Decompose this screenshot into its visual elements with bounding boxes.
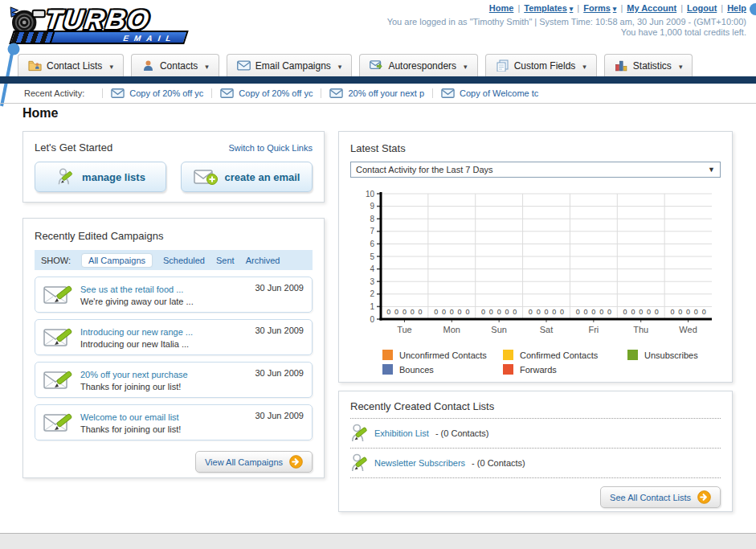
nav-tab-email-campaigns[interactable]: Email Campaigns xyxy=(227,54,353,76)
recent-activity-item-label: Copy of 20% off yc xyxy=(129,88,203,98)
filter-tab-sent[interactable]: Sent xyxy=(216,256,235,265)
recent-activity-item[interactable]: Copy of Welcome tc xyxy=(432,88,546,98)
latest-stats-panel: Latest Stats Contact Activity for the La… xyxy=(338,131,733,383)
campaign-subject: We're giving away our late ... xyxy=(80,296,255,308)
campaign-card[interactable]: 20% off your next purchase Thanks for jo… xyxy=(35,362,313,398)
svg-text:0: 0 xyxy=(639,308,643,316)
campaign-card[interactable]: See us at the retail food ... We're givi… xyxy=(35,277,313,313)
recent-activity-item[interactable]: 20% off your next p xyxy=(321,88,432,98)
legend-label: Bounces xyxy=(399,365,434,375)
nav-tab-custom-fields[interactable]: Custom Fields xyxy=(485,54,597,76)
legend-swatch xyxy=(382,364,393,375)
svg-text:0: 0 xyxy=(458,308,462,316)
svg-text:0: 0 xyxy=(576,308,580,316)
svg-text:0: 0 xyxy=(607,308,611,316)
stats-panel-title: Latest Stats xyxy=(350,142,406,154)
svg-text:0: 0 xyxy=(591,308,595,316)
chevron-down-icon xyxy=(676,60,683,72)
recently-edited-campaigns-panel: Recently Edited Campaigns SHOW: All Camp… xyxy=(22,218,325,478)
header-link-my-account[interactable]: My Account xyxy=(627,3,676,13)
svg-text:0: 0 xyxy=(702,308,706,316)
recent-activity-item-label: 20% off your next p xyxy=(348,88,424,98)
header-link-forms[interactable]: Forms xyxy=(583,3,616,13)
campaign-title-link[interactable]: 20% off your next purchase xyxy=(80,370,188,379)
nav-tab-autoresponders[interactable]: Autoresponders xyxy=(359,54,477,76)
envelope-icon xyxy=(329,88,343,98)
chevron-down-icon xyxy=(580,60,586,72)
header-link-help[interactable]: Help xyxy=(727,3,746,13)
svg-text:0: 0 xyxy=(552,308,556,316)
legend-label: Unconfirmed Contacts xyxy=(399,350,487,360)
create-email-label: create an email xyxy=(225,171,300,183)
header-link-templates[interactable]: Templates xyxy=(524,3,573,13)
contact-list-item[interactable]: Exhibition List - (0 Contacts) xyxy=(350,419,721,449)
recent-activity-item-label: Copy of Welcome tc xyxy=(460,88,538,98)
svg-text:6: 6 xyxy=(370,240,374,248)
campaign-card[interactable]: Introducing our new range ... Introducin… xyxy=(35,319,313,355)
svg-text:8: 8 xyxy=(370,215,374,223)
filter-tab-archived[interactable]: Archived xyxy=(246,256,280,265)
envelope-icon xyxy=(237,59,251,72)
login-status-text: You are logged in as "Timothy Smith" | S… xyxy=(387,17,746,27)
svg-text:0: 0 xyxy=(419,308,423,316)
recent-activity-item[interactable]: Copy of 20% off yc xyxy=(102,88,211,98)
chevron-down-icon: ▼ xyxy=(708,166,715,174)
svg-text:2: 2 xyxy=(370,289,374,298)
recent-activity-item[interactable]: Copy of 20% off yc xyxy=(211,88,321,98)
svg-text:0: 0 xyxy=(647,308,651,316)
nav-tab-contacts[interactable]: Contacts xyxy=(131,54,219,76)
nav-tab-label: Email Campaigns xyxy=(255,60,331,72)
envelope-icon xyxy=(220,88,234,98)
legend-label: Confirmed Contacts xyxy=(520,350,598,360)
contact-list-name-link[interactable]: Newsletter Subscribers xyxy=(374,458,465,468)
legend-swatch xyxy=(503,350,513,360)
person-pencil-icon xyxy=(350,453,368,473)
header-link-home[interactable]: Home xyxy=(489,3,514,13)
chevron-down-icon xyxy=(107,60,113,72)
person-pencil-icon xyxy=(350,424,368,443)
svg-text:Wed: Wed xyxy=(679,325,697,334)
campaign-title-link[interactable]: Welcome to our email list xyxy=(80,412,179,422)
campaign-date: 30 Jun 2009 xyxy=(255,368,304,378)
campaign-date: 30 Jun 2009 xyxy=(255,326,304,335)
see-all-contact-lists-button[interactable]: See All Contact Lists xyxy=(600,486,721,508)
manage-lists-button[interactable]: manage lists xyxy=(35,162,166,192)
svg-text:0: 0 xyxy=(584,308,588,316)
nav-tab-statistics[interactable]: Statistics xyxy=(604,54,693,76)
header-link-logout[interactable]: Logout xyxy=(687,3,717,13)
contact-list-name-link[interactable]: Exhibition List xyxy=(374,428,429,438)
svg-text:0: 0 xyxy=(694,308,698,316)
nav-tab-label: Autoresponders xyxy=(388,60,456,72)
filter-tab-all-campaigns[interactable]: All Campaigns xyxy=(82,254,152,267)
recent-activity-bar: Recent Activity: Copy of 20% off yc Copy… xyxy=(0,84,756,104)
campaign-card[interactable]: Welcome to our email list Thanks for joi… xyxy=(35,404,313,440)
campaign-subject: Thanks for joining our list! xyxy=(80,424,255,436)
svg-text:1: 1 xyxy=(370,302,374,311)
campaign-title-link[interactable]: See us at the retail food ... xyxy=(80,285,183,294)
folder-contacts-icon xyxy=(28,59,42,72)
filter-tab-scheduled[interactable]: Scheduled xyxy=(163,256,205,265)
envelope-edit-icon xyxy=(43,368,74,392)
nav-tab-contact-lists[interactable]: Contact Lists xyxy=(18,54,124,76)
envelope-icon xyxy=(111,88,125,98)
view-all-campaigns-button[interactable]: View All Campaigns xyxy=(195,451,313,473)
create-an-email-button[interactable]: create an email xyxy=(181,162,313,192)
envelope-edit-icon xyxy=(43,283,74,307)
switch-to-quick-links-link[interactable]: Switch to Quick Links xyxy=(228,143,313,153)
person-pencil-icon xyxy=(55,168,75,186)
svg-text:0: 0 xyxy=(450,308,454,316)
campaign-title-link[interactable]: Introducing our new range ... xyxy=(80,327,193,337)
stats-report-dropdown[interactable]: Contact Activity for the Last 7 Days ▼ xyxy=(350,162,721,178)
chevron-down-icon xyxy=(336,60,342,72)
svg-text:0: 0 xyxy=(537,308,541,316)
svg-text:0: 0 xyxy=(434,308,438,316)
contact-list-item[interactable]: Newsletter Subscribers - (0 Contacts) xyxy=(350,449,721,478)
nav-tab-label: Statistics xyxy=(633,60,672,72)
contact-activity-chart: 01234567891000000Tue00000Mon00000Sun0000… xyxy=(357,189,721,346)
credits-text: You have 1,000 total credits left. xyxy=(621,27,746,37)
bar-chart-icon xyxy=(615,59,628,72)
campaign-date: 30 Jun 2009 xyxy=(255,411,304,420)
show-label: SHOW: xyxy=(41,256,71,265)
legend-swatch xyxy=(627,350,638,360)
svg-text:7: 7 xyxy=(370,227,374,236)
